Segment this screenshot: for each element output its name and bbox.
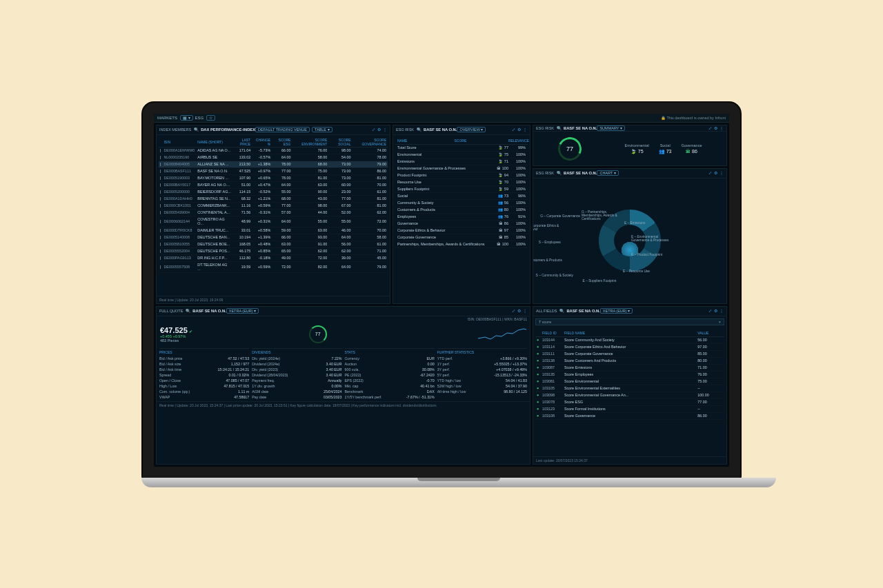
clear-icon[interactable]: × bbox=[719, 320, 721, 324]
venue-select[interactable]: DEFAULT TRADING VENUE bbox=[255, 127, 310, 132]
gear-icon[interactable]: ⚙ bbox=[714, 309, 717, 313]
filter-input[interactable]: T score× bbox=[535, 318, 724, 325]
pie-label: E – Resource Use bbox=[623, 270, 650, 273]
expand-icon[interactable]: ⤢ bbox=[708, 126, 712, 130]
esg-row[interactable]: Community & Society👥 56100% bbox=[395, 200, 528, 207]
field-row[interactable]: ●103123Score Formal Institutions-- bbox=[535, 405, 724, 412]
expand-icon[interactable]: ⤢ bbox=[512, 128, 515, 132]
esg-row[interactable]: Environmental Governance & Processes🏛 10… bbox=[395, 165, 528, 172]
search-icon[interactable]: 🔍 bbox=[417, 128, 421, 132]
table-row[interactable]: |DE0005552004DEUTSCHE POS...46.175+0.85%… bbox=[159, 247, 388, 254]
table-row[interactable]: |DE0005200000BEIERSDORF AG...114.15-0.52… bbox=[159, 188, 388, 195]
esg-row[interactable]: Partnerships, Memberships, Awards & Cert… bbox=[395, 241, 528, 248]
quote-score-ring: 77 bbox=[309, 325, 327, 343]
owned-label: 🔒 This dashboard is owned by Infront bbox=[661, 116, 726, 120]
table-row[interactable]: |DE000CBK1001COMMERZBANK...11.16+0.59%77… bbox=[159, 202, 388, 209]
more-icon[interactable]: ⋮ bbox=[720, 171, 724, 175]
table-row[interactable]: |DE0005190003BAY.MOTOREN ...107.90+0.65%… bbox=[159, 174, 388, 181]
table-row[interactable]: |DE0006062144COVESTRO AG O...48.99+0.31%… bbox=[159, 216, 388, 227]
table-row[interactable]: |DE000BAY0017BAYER AG NA O....51.00+0.47… bbox=[159, 181, 388, 188]
field-row[interactable]: ●103111Score Corporate Governance85.00 bbox=[535, 350, 724, 357]
table-row[interactable]: |NL0000235190AIRBUS SE133.02-0.57%64.005… bbox=[159, 154, 388, 161]
view-select[interactable]: TABLE ▾ bbox=[312, 127, 333, 132]
gear-icon[interactable]: ⚙ bbox=[714, 171, 717, 175]
breadcrumb-bar: MARKETS ▦ ▾ ESG ☆ 🔒 This dashboard is ow… bbox=[154, 114, 729, 123]
esg-row[interactable]: Suppliers Footprint🍃 59100% bbox=[395, 186, 528, 193]
pie-label: S – Employees bbox=[539, 241, 561, 244]
index-name[interactable]: DAX PERFORMANCE-INDEX bbox=[201, 128, 255, 132]
esg-row[interactable]: Resource Use🍃 70100% bbox=[395, 179, 528, 186]
esg-row[interactable]: Emissions🍃 71100% bbox=[395, 159, 528, 165]
panel-index-members: INDEX MEMBERS 🔍 DAX PERFORMANCE-INDEX DE… bbox=[156, 125, 390, 304]
fields-table[interactable]: FIELD IDFIELD NAMEVALUE ●103144Score Com… bbox=[535, 330, 724, 420]
table-row[interactable]: |DE0005439004CONTINENTAL A...71.56-0.31%… bbox=[159, 209, 388, 216]
esg-row[interactable]: Environmental🍃 75100% bbox=[395, 152, 528, 159]
esg-row[interactable]: Customers & Products👥 80100% bbox=[395, 207, 528, 214]
field-row[interactable]: ●103078Score ESG77.00 bbox=[535, 398, 724, 405]
field-row[interactable]: ●103135Score Employees76.00 bbox=[535, 371, 724, 378]
crumb-markets[interactable]: MARKETS bbox=[157, 116, 177, 120]
more-icon[interactable]: ⋮ bbox=[523, 309, 527, 313]
table-row[interactable]: |DE0005810055DEUTSCHE BOE...168.05+0.48%… bbox=[159, 241, 388, 247]
field-row[interactable]: ●103108Score Governance86.00 bbox=[535, 412, 724, 419]
sparkline[interactable] bbox=[478, 326, 526, 343]
pie-label: G – Corporate Governance bbox=[540, 214, 580, 218]
pie-label: S – Community & Society bbox=[536, 274, 573, 277]
esg-row[interactable]: Governance🏛 86100% bbox=[395, 221, 528, 227]
more-icon[interactable]: ⋮ bbox=[720, 309, 724, 313]
search-icon[interactable]: 🔍 bbox=[557, 171, 562, 175]
expand-icon[interactable]: ⤢ bbox=[708, 309, 712, 313]
quote-column: DIVIDENDSDiv. yield (2024e)7.22%Dividend… bbox=[252, 348, 341, 400]
field-row[interactable]: ●103144Score Community And Society56.00 bbox=[535, 336, 724, 343]
table-row[interactable]: |DE000A1EWWW0ADIDAS AG NA O...171.04-5.7… bbox=[159, 147, 388, 154]
table-row[interactable]: |DE000BASF111BASF SE NA O.N.47.525+0.97%… bbox=[159, 168, 388, 174]
more-icon[interactable]: ⋮ bbox=[523, 128, 527, 132]
esg-row[interactable]: Corporate Ethics & Behavior🏛 97100% bbox=[395, 227, 528, 234]
panel-esg-summary: ESG RISK 🔍 BASF SE NA O.N. SUMMARY ▾ ⤢⚙⋮… bbox=[533, 125, 727, 166]
quote-column: PRICESBid / Ask price47.52 / 47.53Bid / … bbox=[159, 348, 249, 400]
search-icon[interactable]: 🔍 bbox=[186, 309, 190, 313]
crumb-esg[interactable]: ESG bbox=[195, 116, 204, 120]
field-row[interactable]: ●103087Score Emissions71.00 bbox=[535, 364, 724, 371]
table-row[interactable]: |DE000PAG9113DR.ING.H.C.F.P...112.80-0.1… bbox=[159, 254, 388, 261]
panel-esg-list: ESG RISK 🔍 BASF SE NA O.N. OVERVIEW ▾ ⤢⚙… bbox=[393, 125, 530, 304]
esg-row[interactable]: Employees👥 7691% bbox=[395, 214, 528, 221]
search-icon[interactable]: 🔍 bbox=[194, 128, 199, 132]
pie-label: G – Partnerships, Memberships, Awards & … bbox=[582, 210, 623, 221]
pillar: Governance🏛86 bbox=[682, 143, 702, 154]
pie-label: E – Environmental Governance & Processes bbox=[631, 235, 673, 243]
gear-icon[interactable]: ⚙ bbox=[517, 309, 521, 313]
score-ring: 77 bbox=[555, 134, 585, 164]
more-icon[interactable]: ⋮ bbox=[720, 126, 724, 130]
table-row[interactable]: |DE0008404005ALLIANZ SE NA ...213.50+1.3… bbox=[159, 161, 388, 168]
star-icon[interactable]: ☆ bbox=[206, 115, 215, 121]
gear-icon[interactable]: ⚙ bbox=[714, 126, 717, 130]
gear-icon[interactable]: ⚙ bbox=[377, 128, 381, 132]
table-row[interactable]: |DE0005557508DT.TELEKOM AG ...19.59+0.59… bbox=[159, 261, 388, 272]
index-table[interactable]: ISINNAME (SHORT)LAST PRICECHANGE %SCORE … bbox=[159, 137, 388, 273]
gear-icon[interactable]: ⚙ bbox=[517, 128, 521, 132]
expand-icon[interactable]: ⤢ bbox=[708, 171, 712, 175]
esg-pie-chart[interactable]: G – Partnerships, Memberships, Awards & … bbox=[533, 179, 726, 303]
esg-row[interactable]: Corporate Governance🏛 85100% bbox=[395, 234, 528, 241]
table-row[interactable]: |DE000DTR0CK8DAIMLER TRUC...33.01+0.58%5… bbox=[159, 227, 388, 234]
pillar: Environmental🍃75 bbox=[625, 143, 649, 154]
field-row[interactable]: ●103105Score Environmental Externalities… bbox=[535, 385, 724, 392]
search-icon[interactable]: 🔍 bbox=[557, 126, 562, 130]
table-row[interactable]: |DE000A1DAHH0BRENNTAG SE N...68.32+1.21%… bbox=[159, 195, 388, 202]
more-icon[interactable]: ⋮ bbox=[383, 128, 387, 132]
crumb-control[interactable]: ▦ ▾ bbox=[180, 115, 193, 121]
field-row[interactable]: ●103081Score Environmental75.00 bbox=[535, 378, 724, 385]
esg-row[interactable]: Product Footprint🍃 94100% bbox=[395, 172, 528, 179]
expand-icon[interactable]: ⤢ bbox=[372, 128, 375, 132]
field-row[interactable]: ●103138Score Customers And Products80.00 bbox=[535, 357, 724, 364]
esg-row[interactable]: Total Score🍃 7799% bbox=[395, 145, 528, 152]
pillar: Social👥73 bbox=[659, 143, 672, 154]
search-icon[interactable]: 🔍 bbox=[559, 309, 564, 313]
table-row[interactable]: |DE0005140008DEUTSCHE BAN...10.194+1.39%… bbox=[159, 234, 388, 241]
check-icon: ✔ bbox=[189, 329, 192, 334]
expand-icon[interactable]: ⤢ bbox=[512, 309, 515, 313]
esg-row[interactable]: Social👥 7396% bbox=[395, 193, 528, 200]
field-row[interactable]: ●103114Score Corporate Ethics And Behavi… bbox=[535, 343, 724, 350]
field-row[interactable]: ●103098Score Environmental Governance An… bbox=[535, 392, 724, 398]
